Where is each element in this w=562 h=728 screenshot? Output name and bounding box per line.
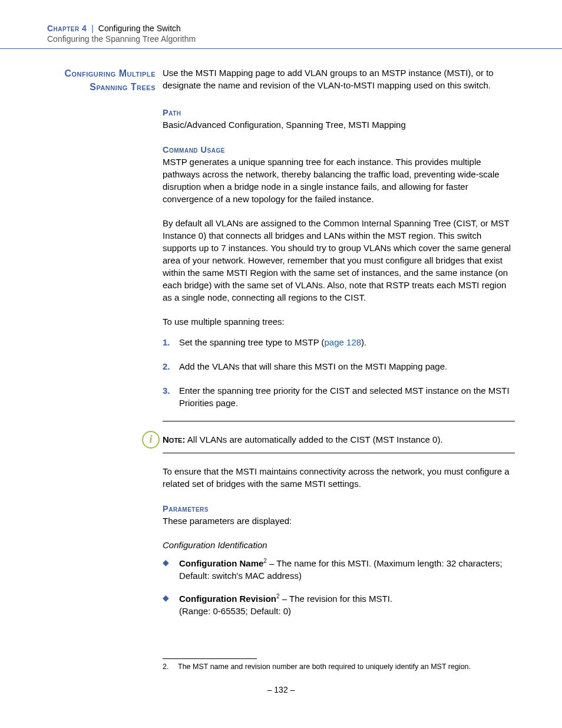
header-subsection: Configuring the Spanning Tree Algorithm <box>47 34 515 44</box>
content-column: Path Basic/Advanced Configuration, Spann… <box>163 108 515 409</box>
content-column-2: To ensure that the MSTI maintains connec… <box>163 465 515 671</box>
diamond-bullet-icon: ◆ <box>163 592 179 617</box>
page-header: Chapter 4 | Configuring the Switch Confi… <box>0 0 562 49</box>
parameters-intro: These parameters are displayed: <box>163 515 515 527</box>
step-item: 2. Add the VLANs that will share this MS… <box>163 360 515 373</box>
parameter-body: Configuration Name2 – The name for this … <box>179 557 515 582</box>
parameter-body: Configuration Revision2 – The revision f… <box>179 592 515 617</box>
note-label: Note: <box>163 434 185 444</box>
page-link[interactable]: page 128 <box>325 337 362 347</box>
note-content: Note: All VLANs are automatically added … <box>163 426 515 453</box>
footnote: 2. The MST name and revision number are … <box>163 663 515 671</box>
note-rule-top <box>163 421 515 421</box>
parameters-group-title: Configuration Identification <box>163 539 515 551</box>
chapter-label: Chapter 4 <box>47 24 87 33</box>
step-number: 2. <box>163 360 179 373</box>
steps-list: 1. Set the spanning tree type to MSTP (p… <box>163 336 515 409</box>
side-heading: Configuring Multiple Spanning Trees <box>47 67 163 94</box>
parameter-desc-line2: (Range: 0-65535; Default: 0) <box>179 606 291 616</box>
command-usage-heading: Command Usage <box>163 145 515 154</box>
step-item: 1. Set the spanning tree type to MSTP (p… <box>163 336 515 348</box>
path-heading: Path <box>163 108 515 117</box>
parameters-heading: Parameters <box>163 504 515 513</box>
step-body: Enter the spanning tree priority for the… <box>179 384 515 409</box>
command-usage-p1: MSTP generates a unique spanning tree fo… <box>163 156 515 205</box>
footnote-text: The MST name and revision number are bot… <box>178 663 471 671</box>
step-text-post: ). <box>361 337 366 347</box>
step-body: Set the spanning tree type to MSTP (page… <box>179 336 515 348</box>
step-body: Add the VLANs that will share this MSTI … <box>179 360 515 373</box>
header-section: Configuring the Switch <box>98 24 181 33</box>
command-usage-p2: By default all VLANs are assigned to the… <box>163 217 515 304</box>
header-top-line: Chapter 4 | Configuring the Switch <box>47 24 515 33</box>
step-number: 3. <box>163 384 179 409</box>
path-text: Basic/Advanced Configuration, Spanning T… <box>163 118 515 131</box>
parameter-desc-line1: – The revision for this MSTI. <box>280 594 392 604</box>
parameters-list: ◆ Configuration Name2 – The name for thi… <box>163 557 515 617</box>
parameter-name: Configuration Revision <box>179 594 276 604</box>
note-block: i Note: All VLANs are automatically adde… <box>139 426 515 453</box>
page-number: – 132 – <box>47 685 515 694</box>
after-note-paragraph: To ensure that the MSTI maintains connec… <box>163 465 515 490</box>
document-page: Chapter 4 | Configuring the Switch Confi… <box>0 0 562 728</box>
step-text-pre: Set the spanning tree type to MSTP ( <box>179 337 325 347</box>
info-icon: i <box>142 431 160 449</box>
parameter-item: ◆ Configuration Name2 – The name for thi… <box>163 557 515 582</box>
header-divider: | <box>91 24 94 33</box>
section-intro-row: Configuring Multiple Spanning Trees Use … <box>47 67 515 94</box>
step-number: 1. <box>163 336 179 348</box>
footnote-rule <box>163 658 257 659</box>
body-area: Configuring Multiple Spanning Trees Use … <box>0 49 562 694</box>
footnote-number: 2. <box>163 663 178 671</box>
parameter-item: ◆ Configuration Revision2 – The revision… <box>163 592 515 617</box>
note-text: All VLANs are automatically added to the… <box>185 434 442 444</box>
step-item: 3. Enter the spanning tree priority for … <box>163 384 515 409</box>
parameter-name: Configuration Name <box>179 558 263 568</box>
diamond-bullet-icon: ◆ <box>163 557 179 582</box>
command-usage-p3: To use multiple spanning trees: <box>163 315 515 328</box>
note-rule-bottom <box>163 453 515 453</box>
intro-paragraph: Use the MSTI Mapping page to add VLAN gr… <box>163 67 515 91</box>
note-icon-wrap: i <box>139 431 163 449</box>
